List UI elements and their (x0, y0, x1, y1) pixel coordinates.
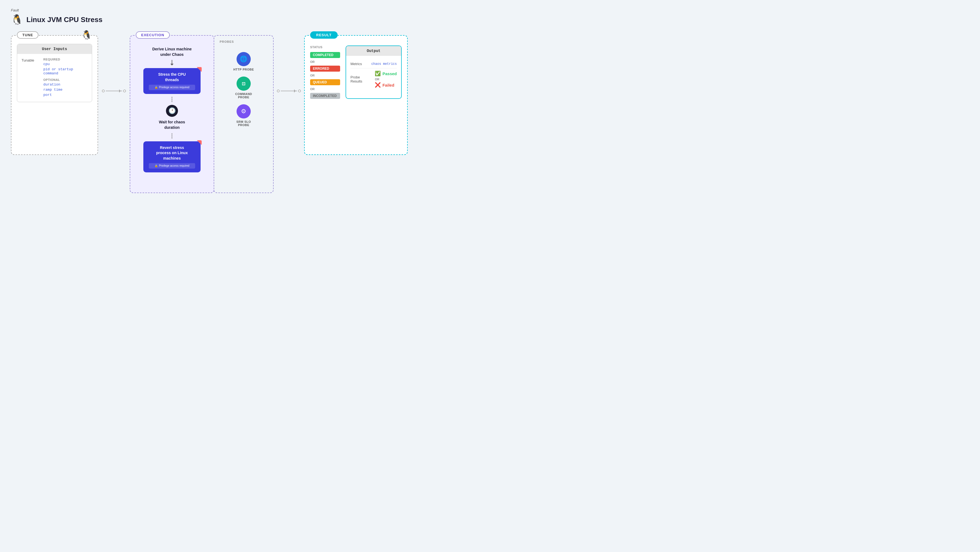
probe-http: 🌐 HTTP PROBE (233, 52, 254, 71)
tunable-item-duration: duration (43, 82, 88, 87)
page-title: Linux JVM CPU Stress (26, 16, 102, 24)
linux-mascot-icon: 🐧 (11, 14, 23, 25)
step4-corner-tag (197, 140, 202, 145)
status-label: STATUS (310, 46, 340, 49)
execution-section: EXECUTION Derive Linux machineunder Chao… (130, 35, 214, 193)
user-inputs-header: User Inputs (17, 44, 92, 54)
exec-steps: Derive Linux machineunder Chaos Stress t… (137, 46, 207, 172)
execution-probes-wrapper: EXECUTION Derive Linux machineunder Chao… (130, 35, 274, 193)
tune-section: TUNE 🐧 User Inputs Tunable REQUIRED cpu … (11, 35, 98, 155)
arrow-line-2 (281, 91, 297, 91)
failed-badge: ❌ Failed (375, 82, 397, 88)
arrow-tune-execution (98, 90, 130, 92)
step4-box: Revert stressprocess on Linuxmachines 🔒 … (143, 141, 200, 173)
srm-probe-label: SRM SLOPROBE (236, 120, 251, 127)
execution-badge: EXECUTION (136, 31, 170, 39)
step4-title: Revert stressprocess on Linuxmachines (149, 145, 195, 161)
result-section: RESULT STATUS COMPLETED OR ERRORED OR QU… (304, 35, 408, 155)
passed-label: Passed (382, 71, 397, 76)
passed-badge: ✅ Passed (375, 71, 397, 76)
tunable-item-ramp: ramp time (43, 88, 88, 92)
check-icon: ✅ (375, 71, 381, 76)
required-label: REQUIRED (43, 58, 88, 61)
metrics-value: chaos metrics (371, 62, 397, 66)
probes-label: PROBES (220, 40, 234, 43)
command-probe-icon: ⊡ (237, 76, 251, 91)
step2-privilege: 🔒 Privilege access required (149, 85, 195, 90)
probe-result-values: ✅ Passed OR ❌ Failed (375, 71, 397, 88)
dashed-arrow-1 (172, 97, 172, 102)
http-probe-label: HTTP PROBE (233, 68, 254, 71)
tunable-item-port: port (43, 93, 88, 97)
step1-arrow (172, 60, 172, 65)
tune-panel: TUNE 🐧 User Inputs Tunable REQUIRED cpu … (11, 35, 98, 155)
circle-right (123, 90, 126, 92)
command-probe-label: COMMANDPROBE (235, 92, 252, 99)
user-inputs-box: User Inputs Tunable REQUIRED cpu pid or … (17, 44, 92, 102)
lock-icon: 🔒 (154, 86, 158, 89)
step2-title: Stress the CPUthreads (149, 72, 195, 82)
circle-left-2 (277, 90, 280, 92)
tune-badge: TUNE (17, 31, 38, 39)
dashed-arrow-2 (172, 133, 172, 139)
or-3: OR (310, 87, 340, 91)
probe-srm: ⚙ SRM SLOPROBE (236, 104, 251, 127)
probe-command: ⊡ COMMANDPROBE (235, 76, 252, 99)
step1-text: Derive Linux machineunder Chaos (152, 46, 192, 57)
result-body: STATUS COMPLETED OR ERRORED OR QUEUED OR… (310, 46, 402, 99)
badge-queued: QUEUED (310, 79, 340, 85)
badge-incompleted: INCOMPLETED (310, 93, 340, 99)
tunable-row: Tunable REQUIRED cpu pid or startup comm… (22, 58, 88, 98)
clock-icon: 🕐 (166, 105, 178, 117)
failed-label: Failed (382, 83, 394, 87)
step2-corner-tag (197, 67, 202, 72)
output-body: Metrics chaos metrics ProbeResults ✅ Pas… (346, 56, 401, 94)
circle-left (102, 90, 105, 92)
result-badge: RESULT (310, 31, 338, 39)
output-box: Output Metrics chaos metrics ProbeResult… (345, 46, 402, 99)
arrow-line-1 (106, 91, 122, 91)
probes-section: PROBES 🌐 HTTP PROBE ⊡ COMMANDPROBE ⚙ SRM… (214, 35, 274, 193)
probes-content: 🌐 HTTP PROBE ⊡ COMMANDPROBE ⚙ SRM SLOPRO… (220, 52, 267, 127)
step4-privilege: 🔒 Privilege access required (149, 163, 195, 168)
step4-privilege-text: Privilege access required (159, 164, 189, 168)
step2-box: Stress the CPUthreads 🔒 Privilege access… (143, 68, 200, 94)
tunable-item-pid: pid or startup command (43, 67, 88, 75)
http-probe-icon: 🌐 (237, 52, 251, 66)
metrics-row: Metrics chaos metrics (350, 60, 397, 68)
fault-label: Fault (11, 8, 969, 12)
optional-label: OPTIONAL (43, 78, 88, 81)
metrics-label: Metrics (350, 62, 362, 66)
lock2-icon: 🔒 (154, 164, 158, 168)
or-1: OR (310, 60, 340, 63)
tunable-content: REQUIRED cpu pid or startup command OPTI… (43, 58, 88, 98)
x-icon: ❌ (375, 82, 381, 88)
badge-errored: ERRORED (310, 66, 340, 71)
page-title-row: 🐧 Linux JVM CPU Stress (11, 14, 969, 25)
user-inputs-body: Tunable REQUIRED cpu pid or startup comm… (17, 54, 92, 102)
circle-right-2 (298, 90, 301, 92)
probe-results-row: ProbeResults ✅ Passed OR ❌ Failed (350, 68, 397, 90)
or-2: OR (310, 74, 340, 77)
tunable-item-cpu: cpu (43, 62, 88, 66)
tune-linux-icon: 🐧 (81, 30, 92, 40)
probe-results-label: ProbeResults (350, 75, 362, 83)
step2-privilege-text: Privilege access required (159, 86, 189, 89)
status-column: STATUS COMPLETED OR ERRORED OR QUEUED OR… (310, 46, 340, 99)
output-header: Output (346, 46, 401, 56)
tunable-label: Tunable (22, 58, 38, 62)
arrow-probes-result (274, 90, 304, 92)
diagram-flow: TUNE 🐧 User Inputs Tunable REQUIRED cpu … (11, 35, 969, 193)
or-probe: OR (375, 78, 397, 81)
step3-text: Wait for chaosduration (159, 119, 185, 130)
srm-probe-icon: ⚙ (237, 104, 251, 119)
badge-completed: COMPLETED (310, 52, 340, 58)
